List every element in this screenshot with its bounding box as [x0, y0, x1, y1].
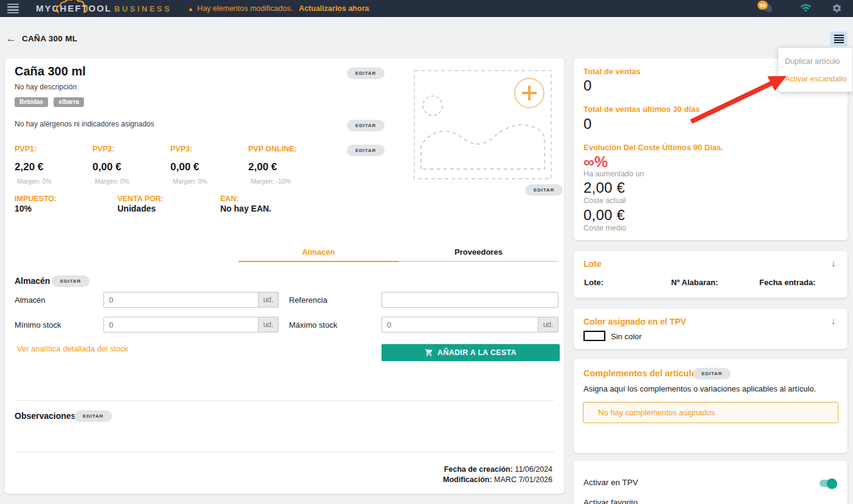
tab-proveedores[interactable]: Proveedores — [399, 247, 559, 257]
warning-triangle-icon: ▲ — [187, 5, 193, 12]
min-stock-unit: ud. — [259, 317, 279, 333]
entry-date-field-label: Fecha entrada: — [759, 278, 815, 287]
menu-lines-icon — [834, 35, 844, 36]
sale-by-label: VENTA POR: — [117, 195, 164, 203]
total-sales-label: Total de ventas — [583, 67, 641, 76]
edit-prices-button[interactable]: EDITAR — [347, 145, 385, 156]
edit-product-button[interactable]: EDITAR — [347, 67, 385, 79]
edit-warehouse-button[interactable]: EDITAR — [52, 275, 89, 287]
modified-warning: ▲ Hay elementos modificados. Actualizarl… — [187, 4, 369, 13]
avg-cost-value: 0,00 € — [583, 207, 625, 224]
allergens-text: No hay alérgenos ni indicadores asignado… — [15, 120, 154, 128]
app-logo: MYCHEFTOOL BUSINESS — [36, 0, 172, 17]
pvp3-value: 0,00 € — [170, 161, 199, 173]
max-stock-input[interactable] — [381, 317, 538, 333]
color-value: Sin color — [611, 332, 642, 341]
color-swatch[interactable] — [583, 331, 605, 341]
pvp2-value: 0,00 € — [92, 161, 121, 173]
observations-title: Observaciones — [15, 411, 75, 421]
update-now-link[interactable]: Actualizarlos ahora — [299, 4, 369, 13]
cost-evolution-value: ∞% — [583, 153, 608, 171]
footer-divider — [15, 452, 554, 452]
creation-date: Fecha de creación: 11/06/2024 — [444, 465, 552, 474]
complements-description: Asigna aquí los complementos o variacion… — [583, 384, 816, 393]
section-divider — [15, 400, 554, 401]
sales-30d-value: 0 — [583, 116, 592, 133]
warehouse-stock-input[interactable] — [103, 292, 259, 308]
albaran-field-label: Nº Alabaran: — [671, 278, 718, 287]
product-description: No hay descripción — [15, 83, 77, 91]
add-to-cart-button[interactable]: AÑADIR A LA CESTA — [381, 344, 560, 361]
placeholder-sun-icon — [423, 96, 442, 116]
max-stock-label: Máximo stock — [289, 320, 337, 330]
menu-item-activate-escandallo[interactable]: Activar escandallo — [785, 75, 846, 83]
notification-badge: 99 — [757, 1, 768, 10]
wifi-icon — [800, 3, 812, 13]
warning-text: Hay elementos modificados. — [197, 4, 293, 13]
pvp-online-value: 2,00 € — [248, 161, 277, 173]
product-tags: Bebidas xlbarra — [15, 95, 87, 107]
tab-almacen-underline — [238, 261, 399, 262]
cloud-logo-icon — [55, 0, 93, 13]
complements-card: Complementos del artículo EDITAR Asigna … — [574, 359, 848, 453]
edit-observations-button[interactable]: EDITAR — [74, 410, 112, 422]
lote-card: Lote ↓ Lote: Nº Alabaran: Fecha entrada: — [574, 251, 848, 298]
cost-evolution-note: Ha aumentado un — [583, 170, 644, 178]
lote-field-label: Lote: — [584, 278, 604, 287]
pvp2-label: PVP2: — [92, 145, 114, 153]
settings-button[interactable] — [832, 3, 842, 16]
warehouse-section-title: Almacén — [15, 276, 50, 286]
sales-30d-label: Total de ventas últimos 30 días — [583, 105, 700, 114]
min-stock-input[interactable] — [103, 317, 259, 333]
activate-tpv-toggle[interactable] — [820, 480, 835, 487]
product-image-placeholder[interactable] — [414, 70, 552, 182]
edit-allergens-button[interactable]: EDITAR — [347, 120, 385, 131]
notifications-button[interactable]: 99 — [763, 2, 775, 16]
pvp3-label: PVP3: — [170, 145, 192, 153]
tag-bebidas: Bebidas — [15, 97, 48, 107]
min-stock-label: Mínimo stock — [15, 320, 61, 330]
breadcrumb: ← CAÑA 300 ML — [6, 33, 77, 44]
tag-xlbarra: xlbarra — [54, 97, 83, 107]
add-image-plus-icon — [515, 78, 544, 108]
back-arrow-icon[interactable]: ← — [6, 33, 16, 44]
activation-card: Activar en TPV Activar favorito — [574, 461, 848, 504]
topbar-icons: 99 — [750, 0, 853, 17]
hamburger-menu-icon[interactable] — [7, 4, 19, 13]
tpv-color-expand-arrow-icon[interactable]: ↓ — [831, 316, 836, 326]
add-to-cart-label: AÑADIR A LA CESTA — [437, 348, 517, 357]
edit-complements-button[interactable]: EDITAR — [693, 368, 731, 379]
edit-image-button[interactable]: EDITAR — [525, 184, 563, 196]
warehouse-field-label: Almacén — [15, 295, 46, 305]
pvp1-margin: Margen: 0% — [17, 178, 52, 185]
lote-expand-arrow-icon[interactable]: ↓ — [831, 258, 836, 268]
pvp1-value: 2,20 € — [15, 161, 43, 173]
menu-item-duplicate[interactable]: Duplicar artículo — [785, 57, 840, 66]
activate-tpv-label: Activar en TPV — [583, 478, 638, 487]
complements-title: Complementos del artículo — [583, 368, 697, 378]
current-cost-label: Coste actual — [583, 196, 625, 205]
warehouse-stock-field: ud. — [103, 292, 279, 308]
modification-date: Modificación: MARC 7/01/2026 — [443, 475, 552, 484]
reference-input[interactable] — [381, 292, 559, 308]
pvp-online-margin: Margen: -10% — [251, 178, 291, 185]
context-menu-button[interactable] — [829, 30, 848, 47]
warehouse-stock-unit: ud. — [259, 292, 279, 308]
pvp-online-label: PVP ONLINE: — [248, 145, 297, 153]
product-name: Caña 300 ml — [15, 64, 86, 78]
reference-field-label: Referencia — [289, 295, 327, 305]
placeholder-hills-icon — [421, 125, 545, 169]
total-sales-value: 0 — [583, 77, 592, 94]
tab-almacen[interactable]: Almacén — [238, 247, 399, 257]
tax-value: 10% — [15, 204, 32, 213]
stock-analytics-link[interactable]: Ver analítica detallada del stock — [17, 344, 128, 353]
avg-cost-label: Coste medio — [583, 224, 626, 232]
activate-favorite-label: Activar favorito — [583, 498, 638, 504]
min-stock-field: ud. — [103, 317, 279, 333]
wifi-status-button[interactable] — [800, 3, 812, 15]
pvp2-margin: Margen: 0% — [95, 178, 130, 185]
cart-icon — [425, 348, 433, 357]
current-cost-value: 2,00 € — [583, 179, 625, 196]
sale-by-value: Unidades — [117, 204, 156, 213]
lote-title: Lote — [583, 259, 602, 269]
